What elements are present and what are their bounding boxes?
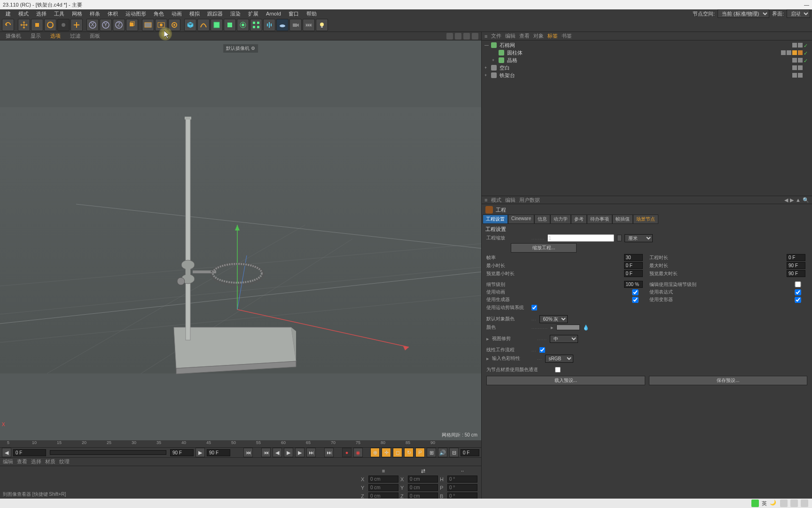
next-frame[interactable]: ▶ — [295, 448, 304, 457]
prop-scale-unit[interactable]: 厘米 — [625, 234, 653, 242]
tab-dynamics[interactable]: 动力学 — [550, 214, 571, 224]
menu-simulate[interactable]: 模拟 — [186, 9, 203, 18]
node-check[interactable] — [555, 367, 561, 373]
anim-check[interactable] — [626, 289, 645, 295]
vis-tag2[interactable] — [798, 65, 803, 70]
play-button[interactable]: ▶ — [284, 448, 293, 457]
tab-project[interactable]: 工程设置 — [483, 214, 508, 224]
x-axis-lock[interactable]: X — [86, 19, 99, 31]
object-name[interactable]: 圆柱体 — [506, 49, 523, 56]
check-tag[interactable] — [804, 73, 808, 78]
tree-row[interactable]: — 石棉网 ✓ — [483, 41, 811, 49]
vp-icon-1[interactable] — [446, 33, 453, 40]
expand-icon[interactable]: + — [484, 73, 489, 78]
check-tag[interactable]: ✓ — [804, 43, 808, 48]
object-name[interactable]: 石棉网 — [499, 42, 516, 49]
tab-info[interactable]: 信息 — [534, 214, 550, 224]
vp-camera[interactable]: 摄像机 — [3, 32, 24, 40]
menu-animation[interactable]: 动画 — [168, 9, 186, 18]
attr-fwd[interactable]: ▶ — [790, 197, 794, 203]
mat-edit[interactable]: 编辑 — [3, 458, 13, 465]
max-input[interactable] — [787, 262, 805, 269]
menu-mode[interactable]: 模式 — [15, 9, 32, 18]
rotate-tool[interactable] — [44, 19, 56, 31]
next-key[interactable]: ⏭ — [306, 448, 316, 457]
vp-icon-3[interactable] — [463, 33, 470, 40]
expand-icon[interactable]: + — [492, 58, 497, 63]
goto-end-frame[interactable]: ▶ — [195, 448, 205, 457]
vis-tag2[interactable] — [787, 50, 791, 55]
key-pla[interactable]: ⊞ — [427, 448, 436, 457]
expand-icon[interactable]: — — [484, 43, 489, 48]
add-volume[interactable] — [263, 19, 275, 31]
nodespace-select[interactable]: 当前 (标准/物理) — [718, 9, 769, 18]
goto-start-frame[interactable]: ◀ — [2, 448, 11, 457]
attr-up[interactable]: ▲ — [796, 197, 801, 203]
key-rot[interactable]: ↻ — [404, 448, 414, 457]
autokey[interactable]: ◉ — [353, 448, 363, 457]
record-key[interactable]: ● — [342, 448, 351, 457]
add-scene[interactable] — [276, 19, 289, 31]
prop-scale-input[interactable] — [547, 234, 614, 242]
om-bookmarks[interactable]: 书签 — [562, 32, 572, 40]
pmin-input[interactable] — [624, 270, 643, 277]
menu-mesh[interactable]: 网格 — [68, 9, 86, 18]
crosshair-tool[interactable] — [70, 19, 83, 31]
menu-select[interactable]: 选择 — [32, 9, 50, 18]
key-move[interactable]: ✛ — [382, 448, 391, 457]
menu-spline[interactable]: 样条 — [86, 9, 104, 18]
prev-key[interactable]: ⏮ — [261, 448, 271, 457]
key-param[interactable]: P — [415, 448, 425, 457]
add-field[interactable] — [237, 19, 249, 31]
start-frame-input[interactable] — [13, 449, 46, 456]
vis-tag[interactable] — [792, 65, 797, 70]
tab-todo[interactable]: 待办事项 — [587, 214, 612, 224]
vp-filter[interactable]: 过滤 — [67, 32, 83, 40]
check-tag[interactable]: ✓ — [804, 58, 808, 63]
tree-row[interactable]: + 晶格 ✓ — [483, 56, 811, 64]
tray-moon-icon[interactable]: 🌙 — [770, 500, 777, 507]
tab-cineware[interactable]: Cineware — [508, 214, 534, 224]
om-view[interactable]: 查看 — [519, 32, 530, 40]
vis-tag[interactable] — [792, 58, 797, 63]
mat-material[interactable]: 材质 — [45, 458, 55, 465]
am-mode[interactable]: 模式 — [491, 197, 501, 204]
add-mograph[interactable] — [250, 19, 262, 31]
object-name[interactable]: 空白 — [499, 64, 511, 71]
vis-tag2[interactable] — [798, 43, 803, 48]
render-view[interactable] — [142, 19, 154, 31]
ime-icon[interactable] — [751, 500, 759, 507]
objmenu-icon[interactable]: ≡ — [484, 33, 487, 39]
final-frame[interactable] — [461, 449, 479, 456]
attr-lock[interactable]: 🔍 — [803, 197, 809, 203]
am-userdata[interactable]: 用户数据 — [519, 197, 540, 204]
tray-icon-3[interactable]: ⊞ — [801, 500, 808, 507]
vis-tag2[interactable] — [798, 73, 803, 78]
am-edit[interactable]: 编辑 — [505, 197, 515, 204]
extra-tag[interactable] — [792, 50, 797, 55]
om-file[interactable]: 文件 — [491, 32, 501, 40]
size-y[interactable] — [408, 484, 438, 491]
tray-icon-2[interactable]: ⊞ — [790, 500, 798, 507]
menu-tracker[interactable]: 跟踪器 — [203, 9, 226, 18]
om-object[interactable]: 对象 — [533, 32, 544, 40]
scale-tool[interactable] — [31, 19, 43, 31]
cs-select[interactable]: sRGB — [545, 355, 573, 363]
key-pos[interactable]: ⊕ — [370, 448, 380, 457]
z-axis-lock[interactable]: Z — [113, 19, 125, 31]
gen-check[interactable] — [626, 297, 645, 303]
render-region[interactable] — [155, 19, 167, 31]
lod-input[interactable] — [624, 281, 643, 288]
vp-panel[interactable]: 面板 — [87, 32, 103, 40]
add-spline[interactable] — [197, 19, 210, 31]
eyedropper-icon[interactable]: 💧 — [583, 325, 589, 331]
om-tags[interactable]: 标签 — [547, 32, 558, 40]
menu-mograph[interactable]: 运动图形 — [122, 9, 150, 18]
expr-check[interactable] — [789, 289, 807, 295]
timeline-ruler[interactable]: /*ticks rendered below*/ 510152025303540… — [0, 440, 481, 448]
clip-select[interactable]: 中 — [550, 335, 578, 343]
tree-row[interactable]: + 铁架台 — [483, 71, 811, 79]
prev-frame[interactable]: ◀ — [273, 448, 282, 457]
vp-icon-4[interactable] — [472, 33, 478, 40]
render-settings[interactable] — [168, 19, 180, 31]
